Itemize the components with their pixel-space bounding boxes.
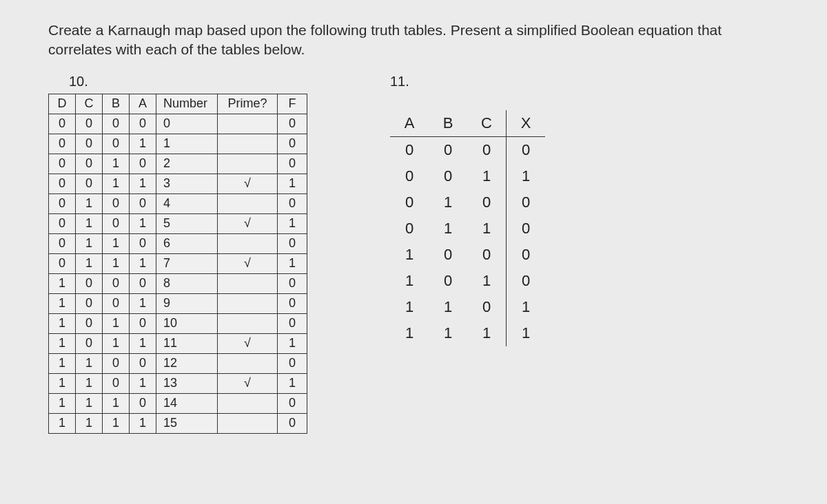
truth-table-11: A B C X 0000 0011 0100 0110 1000 1010 11… — [390, 110, 545, 346]
col-A: A — [390, 110, 429, 137]
table-row: 00113√1 — [49, 174, 307, 193]
col-X: X — [507, 110, 546, 137]
col-D: D — [49, 94, 76, 114]
problem-11: 11. A B C X 0000 0011 0100 0110 1000 101… — [390, 74, 545, 346]
table-row: 0000 — [390, 136, 545, 163]
table-row: 010040 — [49, 193, 307, 213]
problem-11-label: 11. — [390, 74, 545, 90]
table-row: 01117√1 — [49, 253, 307, 273]
col-A: A — [130, 94, 156, 114]
problem-10-label: 10. — [69, 74, 307, 90]
table-row: 1010 — [390, 268, 545, 294]
table-row: 1111 — [390, 320, 545, 346]
table-row: 1000 — [390, 242, 545, 268]
col-Number: Number — [156, 94, 218, 114]
table-row: 000000 — [49, 114, 307, 134]
table-row: 1010100 — [49, 313, 307, 333]
table-row: 0100 — [390, 189, 545, 216]
table-row: 0110 — [390, 216, 545, 242]
table-row: 101111√1 — [49, 333, 307, 353]
table-header-row: A B C X — [390, 110, 545, 137]
table-row: 110113√1 — [49, 373, 307, 393]
table-row: 01015√1 — [49, 213, 307, 233]
problem-prompt: Create a Karnaugh map based upon the fol… — [48, 21, 779, 60]
col-C: C — [467, 110, 507, 137]
col-Prime: Prime? — [218, 94, 278, 114]
table-row: 1110140 — [49, 393, 307, 413]
table-row: 100080 — [49, 273, 307, 293]
col-B: B — [103, 94, 130, 114]
table-row: 1100120 — [49, 353, 307, 373]
table-header-row: D C B A Number Prime? F — [49, 94, 307, 114]
table-row: 1111150 — [49, 413, 307, 433]
problem-10: 10. D C B A Number Prime? F 000000 00011… — [48, 74, 307, 434]
table-row: 011060 — [49, 233, 307, 253]
col-C: C — [76, 94, 103, 114]
table-row: 001020 — [49, 154, 307, 174]
col-B: B — [429, 110, 467, 137]
truth-table-10: D C B A Number Prime? F 000000 000110 00… — [48, 94, 307, 434]
table-row: 000110 — [49, 134, 307, 154]
table-row: 100190 — [49, 293, 307, 313]
table-row: 1101 — [390, 294, 545, 320]
table-row: 0011 — [390, 163, 545, 189]
col-F: F — [278, 94, 307, 114]
